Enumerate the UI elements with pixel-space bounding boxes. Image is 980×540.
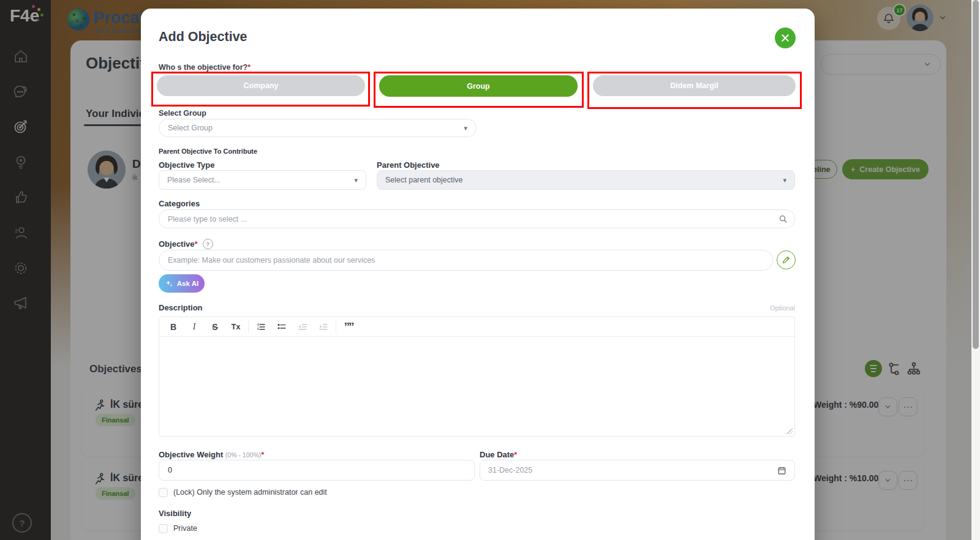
select-group-label: Select Group [159, 109, 206, 118]
scrollbar-thumb[interactable] [973, 0, 979, 349]
objective-field-wrap [159, 250, 773, 271]
description-editor: B I S Tx [159, 317, 795, 437]
edit-objective-button[interactable] [777, 250, 796, 269]
select-group-placeholder: Select Group [168, 124, 213, 132]
description-label: Description [159, 303, 203, 312]
lock-checkbox[interactable] [159, 488, 168, 497]
add-objective-modal: Add Objective Who s the objective for?* … [141, 9, 815, 540]
italic-button[interactable]: I [184, 317, 205, 336]
audience-person-button[interactable]: Didem Margil [593, 75, 796, 96]
objective-label: Objective* [159, 239, 198, 249]
objective-label-row: Objective* ? [159, 239, 213, 249]
objective-type-dropdown[interactable]: Please Select... ▾ [159, 170, 366, 190]
due-date-label-row: Due Date* [480, 450, 517, 459]
weight-label: Objective Weight [159, 450, 223, 459]
strikethrough-button[interactable]: S [205, 317, 225, 336]
bullet-list-icon [277, 322, 287, 332]
indent-button[interactable] [313, 317, 334, 336]
toolbar-divider [336, 321, 336, 333]
modal-title: Add Objective [159, 29, 247, 45]
clear-format-button[interactable]: Tx [225, 317, 246, 336]
weight-label-row: Objective Weight (0% - 100%)* [159, 450, 264, 459]
ordered-list-button[interactable] [251, 317, 271, 336]
objective-type-placeholder: Please Select... [167, 176, 221, 184]
close-icon [780, 33, 790, 43]
private-checkbox[interactable] [159, 524, 168, 533]
close-button[interactable] [775, 28, 796, 48]
categories-field-wrap [159, 209, 795, 228]
calendar-icon [777, 466, 786, 475]
audience-label: Who s the objective for?* [159, 63, 251, 72]
due-date-field[interactable]: 31-Dec-2025 [480, 460, 795, 481]
chevron-down-icon: ▾ [354, 176, 358, 184]
blockquote-button[interactable]: ”” [338, 317, 359, 336]
objective-help-icon[interactable]: ? [203, 239, 213, 249]
required-asterisk: * [514, 450, 517, 459]
parent-section-label: Parent Objective To Contribute [159, 148, 257, 155]
weight-range: (0% - 100%) [225, 451, 261, 459]
audience-group-button[interactable]: Group [379, 75, 578, 97]
private-checkbox-label: Private [173, 524, 197, 533]
categories-label: Categories [159, 199, 200, 208]
lock-checkbox-label: (Lock) Only the system administrator can… [173, 488, 327, 497]
objective-type-label: Objective Type [159, 160, 215, 170]
description-textarea[interactable] [159, 337, 794, 437]
search-icon [778, 214, 788, 223]
bullet-list-button[interactable] [271, 317, 292, 336]
resize-handle[interactable] [786, 428, 793, 434]
outdent-button[interactable] [292, 317, 313, 336]
indent-icon [318, 322, 328, 332]
visibility-label: Visibility [159, 509, 191, 518]
chevron-down-icon: ▾ [464, 124, 467, 132]
sparkle-icon [165, 279, 173, 288]
audience-company-button[interactable]: Company [157, 75, 365, 96]
ask-ai-label: Ask AI [177, 280, 198, 287]
ordered-list-icon [256, 322, 266, 332]
parent-objective-dropdown[interactable]: Select parent objective ▾ [377, 170, 795, 190]
required-asterisk: * [247, 63, 251, 72]
due-date-label: Due Date [480, 450, 514, 459]
weight-input[interactable] [159, 460, 475, 481]
categories-input[interactable] [159, 209, 795, 228]
parent-objective-placeholder: Select parent objective [385, 176, 462, 184]
due-date-value: 31-Dec-2025 [488, 466, 532, 474]
weight-field-wrap [159, 460, 475, 481]
outdent-icon [298, 322, 307, 332]
pen-icon [782, 255, 791, 264]
bold-button[interactable]: B [163, 317, 184, 336]
page-scrollbar[interactable] [971, 0, 980, 540]
editor-toolbar: B I S Tx [159, 317, 794, 337]
optional-badge: Optional [752, 304, 795, 312]
screen: Objectives Your Individu D ik eline + Cr… [0, 0, 980, 540]
toolbar-divider [248, 321, 249, 333]
required-asterisk: * [261, 450, 264, 459]
objective-input[interactable] [159, 250, 773, 271]
ask-ai-button[interactable]: Ask AI [159, 274, 205, 293]
audience-label-text: Who s the objective for? [159, 63, 247, 72]
select-group-dropdown[interactable]: Select Group ▾ [159, 119, 477, 137]
chevron-down-icon: ▾ [783, 176, 786, 184]
parent-objective-label: Parent Objective [377, 160, 440, 170]
